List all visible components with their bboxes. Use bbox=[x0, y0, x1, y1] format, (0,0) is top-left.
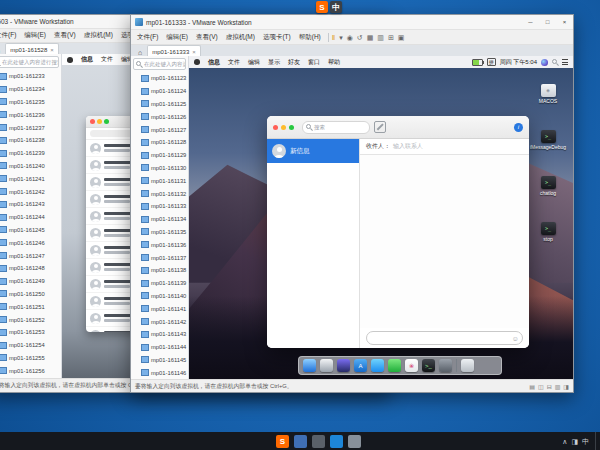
sound-icon[interactable]: ◨ bbox=[563, 383, 569, 390]
macos-menu-item[interactable]: 好友 bbox=[284, 58, 304, 67]
cdrom-icon[interactable]: ◫ bbox=[538, 383, 544, 390]
menu-item[interactable]: 帮助(H) bbox=[295, 33, 325, 42]
vm-list-item[interactable]: mp01-161248 bbox=[0, 262, 61, 275]
spotlight-icon[interactable] bbox=[552, 59, 558, 65]
trash-icon[interactable] bbox=[461, 359, 474, 372]
vm-list-item[interactable]: mp01-161255 bbox=[0, 352, 61, 365]
sogou-taskbar-icon[interactable]: S bbox=[276, 435, 289, 448]
vm-list-item[interactable]: mp01-161235 bbox=[0, 96, 61, 109]
menu-item[interactable]: 文件(F) bbox=[133, 33, 162, 42]
vm-list-item[interactable]: mp01-161253 bbox=[0, 326, 61, 339]
minimize-traffic-icon[interactable] bbox=[281, 125, 286, 130]
info-icon[interactable]: i bbox=[514, 123, 523, 132]
to-field[interactable]: 收件人： 输入联系人 bbox=[360, 139, 529, 155]
ime-toolbar[interactable]: S 中 bbox=[316, 1, 342, 13]
vm-list-item[interactable]: mp01-161254 bbox=[0, 339, 61, 352]
menu-item[interactable]: 文件(F) bbox=[0, 31, 20, 40]
menu-item[interactable]: 虚拟机(M) bbox=[80, 31, 117, 40]
siri-icon[interactable] bbox=[337, 359, 350, 372]
taskbar[interactable]: S ∧◨中 bbox=[0, 432, 600, 450]
vm-list-item[interactable]: mp01-161139 bbox=[131, 277, 188, 290]
vm-list-item[interactable]: mp01-161140 bbox=[131, 290, 188, 303]
input-source-icon[interactable]: 拼 bbox=[487, 58, 496, 66]
menu-item[interactable]: 编辑(E) bbox=[162, 33, 192, 42]
vm-list-item[interactable]: mp01-161142 bbox=[131, 315, 188, 328]
vm-list-item[interactable]: mp01-161250 bbox=[0, 288, 61, 301]
menu-item[interactable]: 查看(V) bbox=[192, 33, 222, 42]
vm-list-item[interactable]: mp01-161128 bbox=[131, 136, 188, 149]
show-desktop-button[interactable] bbox=[595, 432, 600, 450]
vm-list-item[interactable]: mp01-161130 bbox=[131, 162, 188, 175]
vm-list-item[interactable]: mp01-161146 bbox=[131, 366, 188, 379]
macos-menu-item[interactable]: 窗口 bbox=[304, 58, 324, 67]
close-traffic-icon[interactable] bbox=[273, 125, 278, 130]
macos-menu-item[interactable]: 信息 bbox=[204, 58, 224, 67]
vm-list-item[interactable]: mp01-161138 bbox=[131, 264, 188, 277]
console-view-icon[interactable]: ▥ bbox=[377, 34, 384, 41]
menu-item[interactable]: 查看(V) bbox=[50, 31, 80, 40]
minimize-traffic-icon[interactable] bbox=[97, 119, 102, 124]
macos-menu-item[interactable]: 编辑 bbox=[244, 58, 264, 67]
network-icon[interactable]: ⊟ bbox=[547, 383, 552, 390]
vm-list-item[interactable]: mp01-161233 bbox=[0, 70, 61, 83]
message-input[interactable]: ☺ bbox=[366, 331, 523, 345]
vm-list-item[interactable]: mp01-161245 bbox=[0, 224, 61, 237]
macos-menu-item[interactable]: 帮助 bbox=[324, 58, 344, 67]
vm-list-item[interactable]: mp01-161135 bbox=[131, 226, 188, 239]
hdd-icon[interactable]: ▤ bbox=[529, 383, 535, 390]
vm-list-item[interactable]: mp01-161256 bbox=[0, 364, 61, 377]
vm-list-item[interactable]: mp01-161133 bbox=[131, 200, 188, 213]
vm-list-item[interactable]: mp01-161136 bbox=[131, 238, 188, 251]
vm-list-item[interactable]: mp01-161123 bbox=[131, 72, 188, 85]
vm-list-item[interactable]: mp01-161236 bbox=[0, 108, 61, 121]
zoom-traffic-icon[interactable] bbox=[104, 119, 109, 124]
siri-icon[interactable] bbox=[541, 59, 548, 66]
zoom-traffic-icon[interactable] bbox=[289, 125, 294, 130]
tray-display-icon[interactable]: ◨ bbox=[571, 438, 578, 445]
macos-disk-icon[interactable]: ◉ MACOS bbox=[526, 84, 570, 104]
snapshot-revert-icon[interactable]: ↺ bbox=[357, 34, 363, 41]
ime-mode-icon[interactable]: 中 bbox=[330, 1, 342, 13]
unity-icon[interactable]: ▣ bbox=[398, 34, 405, 41]
vm-list-item[interactable]: mp01-161134 bbox=[131, 213, 188, 226]
vmware-window-front[interactable]: mp01-161333 - VMware Workstation ─ □ × 文… bbox=[130, 14, 574, 393]
apple-icon[interactable] bbox=[67, 57, 73, 63]
compose-icon[interactable] bbox=[374, 121, 386, 133]
library-search-input[interactable]: 在此处键入内容进行搜索 bbox=[133, 58, 186, 70]
apple-icon[interactable] bbox=[194, 59, 200, 65]
conversation-item[interactable]: 新信息 bbox=[267, 139, 359, 163]
vm-console-front[interactable]: 信息文件编辑显示好友窗口帮助 拼 周四 下午5:04 ◉ bbox=[189, 56, 573, 380]
facetime-icon[interactable] bbox=[388, 359, 401, 372]
minimize-button[interactable]: ─ bbox=[522, 19, 539, 25]
emoji-icon[interactable]: ☺ bbox=[512, 335, 519, 342]
tray-chevron-icon[interactable]: ∧ bbox=[562, 438, 567, 445]
vm-list-item[interactable]: mp01-161240 bbox=[0, 160, 61, 173]
app-store-icon[interactable]: A bbox=[354, 359, 367, 372]
vm-list-item[interactable]: mp01-161243 bbox=[0, 198, 61, 211]
taskbar-app-icon-2[interactable] bbox=[312, 435, 325, 448]
terminal-dock-icon[interactable]: >_ bbox=[422, 359, 435, 372]
taskbar-app-icon-4[interactable] bbox=[348, 435, 361, 448]
vm-list-item[interactable]: mp01-161251 bbox=[0, 300, 61, 313]
stop-terminal-icon[interactable]: >_ stop bbox=[526, 222, 570, 242]
usb-icon[interactable]: ▥ bbox=[555, 383, 561, 390]
macos-menu-item[interactable]: 文件 bbox=[97, 55, 117, 64]
messages-window[interactable]: 搜索 i 新信息 bbox=[267, 116, 529, 348]
tray-ime-icon[interactable]: 中 bbox=[582, 438, 589, 445]
vm-list-item[interactable]: mp01-161141 bbox=[131, 302, 188, 315]
close-tab-icon[interactable]: × bbox=[192, 49, 196, 55]
vm-list-item[interactable]: mp01-161137 bbox=[131, 251, 188, 264]
vm-list-item[interactable]: mp01-161132 bbox=[131, 187, 188, 200]
vm-list-item[interactable]: mp01-161145 bbox=[131, 354, 188, 367]
finder-icon[interactable] bbox=[303, 359, 316, 372]
vm-list-item[interactable]: mp01-161125 bbox=[131, 98, 188, 111]
vm-list-item[interactable]: mp01-161234 bbox=[0, 83, 61, 96]
vm-list-item[interactable]: mp01-161237 bbox=[0, 121, 61, 134]
vm-list-item[interactable]: mp01-161124 bbox=[131, 85, 188, 98]
chatlog-terminal-icon[interactable]: >_ chatlog bbox=[526, 176, 570, 196]
launchpad-icon[interactable] bbox=[320, 359, 333, 372]
suspend-icon[interactable]: Ⅱ bbox=[332, 34, 335, 41]
vm-list-item[interactable]: mp01-161131 bbox=[131, 174, 188, 187]
menu-item[interactable]: 编辑(E) bbox=[20, 31, 50, 40]
snapshot-manager-icon[interactable]: ▦ bbox=[367, 34, 374, 41]
